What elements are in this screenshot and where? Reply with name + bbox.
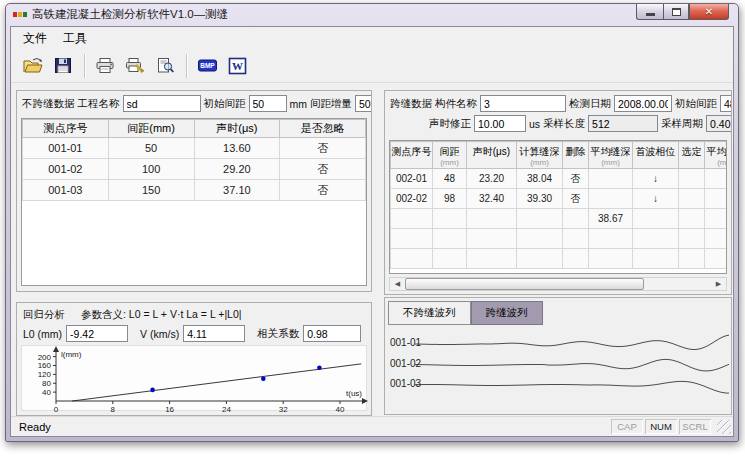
table-cell: 001-03 (23, 180, 109, 201)
table-row[interactable]: 001-0315037.10否 (23, 180, 366, 201)
waveform-area: 001-01001-02001-03 (385, 328, 729, 414)
table-cell (517, 229, 563, 249)
resize-grip[interactable] (717, 420, 731, 434)
table-header-row: 测点序号间距(mm)声时(μs)计算缝深(mm)删除平均缝深(mm)首波相位选定… (391, 142, 728, 169)
svg-text:200: 200 (38, 353, 52, 362)
open-file-icon (23, 57, 44, 74)
menu-file[interactable]: 文件 (15, 28, 55, 49)
svg-text:0: 0 (54, 405, 59, 412)
l0-input[interactable] (66, 325, 128, 342)
table-cell (705, 229, 728, 249)
close-button[interactable]: ✕ (689, 4, 729, 20)
svg-text:16: 16 (165, 405, 174, 412)
table-cell (589, 169, 633, 189)
column-header[interactable]: 测点序号 (23, 120, 109, 138)
app-window: 高铁建混凝土检测分析软件V1.0—测缝 ✕ 文件 工具 (5, 3, 739, 442)
app-icon (13, 9, 27, 21)
scrollbar-track[interactable] (405, 278, 711, 290)
table-header-row: 测点序号间距(mm)声时(μs)是否忽略 (23, 120, 366, 138)
corr-input[interactable] (303, 325, 361, 342)
time-correction-input[interactable] (474, 115, 526, 132)
title-bar[interactable]: 高铁建混凝土检测分析软件V1.0—测缝 ✕ (6, 4, 738, 25)
column-header[interactable]: 测点序号 (391, 142, 433, 169)
table-cell: 13.60 (194, 138, 280, 159)
column-header[interactable]: 首波相位 (633, 142, 679, 169)
export-bmp-icon: BMP (197, 57, 218, 74)
component-label: 构件名称 (435, 97, 477, 111)
date-input[interactable] (614, 95, 672, 112)
export-word-icon: W (228, 57, 247, 75)
tab-cross-seam-waves[interactable]: 跨缝波列 (471, 301, 543, 325)
table-cell: ↓ (633, 169, 679, 189)
scroll-right-arrow-icon[interactable]: ▶ (711, 278, 726, 290)
table-row[interactable] (391, 249, 728, 269)
table-cell (679, 169, 705, 189)
tab-no-cross-seam-waves[interactable]: 不跨缝波列 (388, 301, 471, 325)
scrollbar-thumb[interactable] (405, 278, 644, 290)
table-cell (679, 229, 705, 249)
table-cell: 38.67 (589, 209, 633, 229)
v-input[interactable] (183, 325, 245, 342)
table-cell: 32.40 (467, 189, 517, 209)
print-setup-button[interactable] (121, 53, 149, 79)
column-header[interactable]: 间距(mm) (433, 142, 467, 169)
table-cell: ↓ (633, 189, 679, 209)
maximize-button[interactable] (663, 4, 689, 20)
component-input[interactable] (480, 95, 566, 112)
table-cell: 否 (563, 189, 589, 209)
table-cell (679, 249, 705, 269)
table-row[interactable]: 001-015013.60否 (23, 138, 366, 159)
sample-period-input[interactable] (706, 115, 731, 132)
table-cell: 否 (280, 159, 366, 180)
save-button[interactable] (49, 53, 77, 79)
table-row[interactable] (391, 229, 728, 249)
project-name-label: 工程名称 (78, 97, 120, 111)
column-header[interactable]: 平均缝深(mm) (589, 142, 633, 169)
table-cell: 98 (433, 189, 467, 209)
column-header[interactable]: 声时(μs) (467, 142, 517, 169)
table-cell (589, 229, 633, 249)
menu-bar: 文件 工具 (11, 27, 733, 49)
corr-label: 相关系数 (257, 327, 299, 341)
svg-text:W: W (232, 60, 243, 72)
column-header[interactable]: 删除 (563, 142, 589, 169)
table-cell: 29.20 (194, 159, 280, 180)
table-cell (633, 249, 679, 269)
regression-panel: 回归分析 参数含义: L0 = L + V·t La = L +|L0| L0 … (16, 302, 372, 416)
spacing-step-input[interactable] (355, 95, 371, 112)
time-correction-label: 声时修正 (429, 117, 471, 131)
save-icon (54, 57, 72, 74)
export-bmp-button[interactable]: BMP (193, 53, 221, 79)
table-row[interactable]: 002-029832.4039.30否↓ (391, 189, 728, 209)
table-cell (517, 249, 563, 269)
time-correction-unit: us (529, 118, 540, 130)
table-row[interactable]: 001-0210029.20否 (23, 159, 366, 180)
horizontal-scrollbar[interactable]: ◀ ▶ (389, 277, 727, 291)
column-header[interactable]: 选定 (679, 142, 705, 169)
menu-tools[interactable]: 工具 (55, 28, 95, 49)
sample-length-input[interactable] (588, 115, 658, 132)
table-cell (563, 229, 589, 249)
init-spacing-input[interactable] (249, 95, 287, 112)
init-spacing-unit: mm (290, 98, 308, 110)
table-row[interactable]: 38.67 (391, 209, 728, 229)
scroll-left-arrow-icon[interactable]: ◀ (390, 278, 405, 290)
waveform-panel: 不跨缝波列 跨缝波列 001-01001-02001-03 (384, 297, 732, 415)
column-header[interactable]: 平均缝深(mm) (705, 142, 728, 169)
table-cell (563, 209, 589, 229)
toolbar-separator (84, 54, 86, 78)
print-preview-button[interactable] (151, 53, 179, 79)
column-header[interactable]: 声时(μs) (194, 120, 280, 138)
open-file-button[interactable] (19, 53, 47, 79)
init-spacing-input[interactable] (720, 95, 731, 112)
column-header[interactable]: 计算缝深(mm) (517, 142, 563, 169)
table-cell (467, 229, 517, 249)
column-header[interactable]: 是否忽略 (280, 120, 366, 138)
date-label: 检测日期 (569, 97, 611, 111)
minimize-button[interactable] (636, 4, 663, 20)
export-word-button[interactable]: W (223, 53, 251, 79)
column-header[interactable]: 间距(mm) (108, 120, 194, 138)
project-name-input[interactable] (123, 95, 201, 112)
print-button[interactable] (91, 53, 119, 79)
table-row[interactable]: 002-014823.2038.04否↓ (391, 169, 728, 189)
